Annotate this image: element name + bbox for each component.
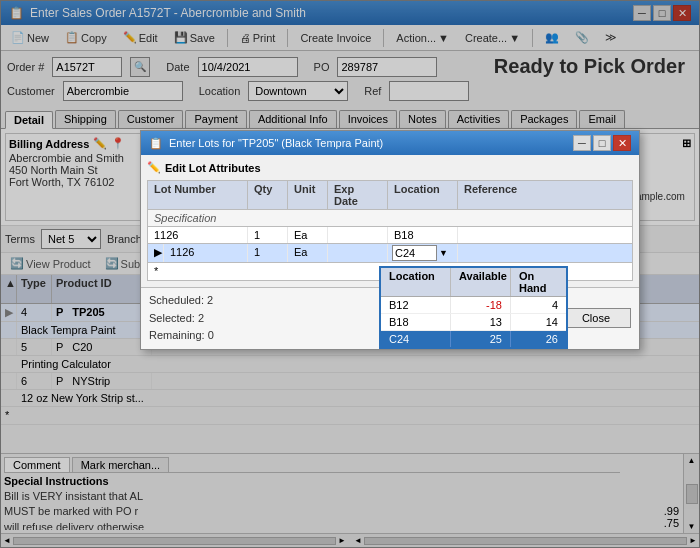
modal-title-content: 📋 Enter Lots for "TP205" (Black Tempra P… [149,137,383,150]
modal-spec-label-row: Specification [147,210,633,227]
remaining-label: Remaining: [149,329,205,341]
modal-row-2-unit: Ea [288,244,328,262]
modal-close-button[interactable]: ✕ [613,135,631,151]
dropdown-cell-c24-onhand: 26 [511,331,566,347]
modal-title-icon: 📋 [149,137,163,150]
modal-row-2[interactable]: ▶ 1126 1 Ea ▼ [147,244,633,263]
modal-row-1-lot: 1126 [148,227,248,243]
modal-row-1-location: B18 [388,227,458,243]
dropdown-cell-b12-avail: -18 [451,297,511,313]
modal-row-1-qty: 1 [248,227,288,243]
modal-minimize-button[interactable]: ─ [573,135,591,151]
modal-row-2-location: ▼ [388,244,458,262]
modal-row-1-exp [328,227,388,243]
modal-row-2-exp [328,244,388,262]
modal-grid-header: Lot Number Qty Unit Exp Date Location Re… [147,180,633,210]
modal-row-2-arrow: ▶ [148,244,164,262]
dropdown-cell-b18-avail: 13 [451,314,511,330]
modal-new-marker: * [148,263,164,280]
modal-title-bar: 📋 Enter Lots for "TP205" (Black Tempra P… [141,131,639,155]
dropdown-cell-b12-loc: B12 [381,297,451,313]
modal-grid: Lot Number Qty Unit Exp Date Location Re… [147,180,633,281]
dropdown-header: Location Available On Hand [381,268,566,297]
modal-close-btn[interactable]: Close [561,308,631,328]
modal-row-2-container: ▶ 1126 1 Ea ▼ [147,244,633,263]
modal-row-1[interactable]: 1126 1 Ea B18 [147,227,633,244]
modal-row-2-qty: 1 [248,244,288,262]
modal-title-text: Enter Lots for "TP205" (Black Tempra Pai… [169,137,383,149]
dropdown-col-onhand: On Hand [511,268,566,296]
modal-section-title: ✏️ Edit Lot Attributes [147,161,633,174]
dropdown-col-available: Available [451,268,511,296]
location-dropdown-arrow[interactable]: ▼ [439,248,448,258]
dropdown-cell-b18-loc: B18 [381,314,451,330]
dropdown-cell-b18-onhand: 14 [511,314,566,330]
remaining-value: 0 [208,329,214,341]
dropdown-row-b12[interactable]: B12 -18 4 [381,297,566,314]
selected-value: 2 [198,312,204,324]
dropdown-col-location: Location [381,268,451,296]
modal-col-qty: Qty [248,181,288,209]
dropdown-row-b18[interactable]: B18 13 14 [381,314,566,331]
modal-row-2-ref [458,244,632,262]
modal-row-1-unit: Ea [288,227,328,243]
dropdown-cell-c24-avail: 25 [451,331,511,347]
modal-spec-label: Specification [148,210,248,226]
location-edit-input[interactable] [392,245,437,261]
modal-col-lot: Lot Number [148,181,248,209]
dropdown-row-c24[interactable]: C24 25 26 [381,331,566,347]
modal-title-buttons: ─ □ ✕ [573,135,631,151]
location-dropdown-popup: Location Available On Hand B12 -18 4 B [379,266,568,349]
modal-col-exp: Exp Date [328,181,388,209]
modal-row-2-lot: 1126 [164,244,248,262]
modal-footer-info: Scheduled: 2 Selected: 2 Remaining: 0 [149,292,214,345]
modal-spec-rest [248,210,632,226]
dropdown-cell-b12-onhand: 4 [511,297,566,313]
lot-entry-modal: 📋 Enter Lots for "TP205" (Black Tempra P… [140,130,640,350]
selected-label: Selected: [149,312,195,324]
modal-body: ✏️ Edit Lot Attributes Lot Number Qty Un… [141,155,639,287]
modal-section-edit-icon: ✏️ [147,161,161,174]
modal-maximize-button[interactable]: □ [593,135,611,151]
modal-col-location: Location [388,181,458,209]
dropdown-cell-c24-loc: C24 [381,331,451,347]
modal-row-1-ref [458,227,632,243]
modal-overlay: 📋 Enter Lots for "TP205" (Black Tempra P… [0,0,700,548]
modal-col-unit: Unit [288,181,328,209]
scheduled-value: 2 [207,294,213,306]
scheduled-label: Scheduled: [149,294,204,306]
modal-col-reference: Reference [458,181,632,209]
